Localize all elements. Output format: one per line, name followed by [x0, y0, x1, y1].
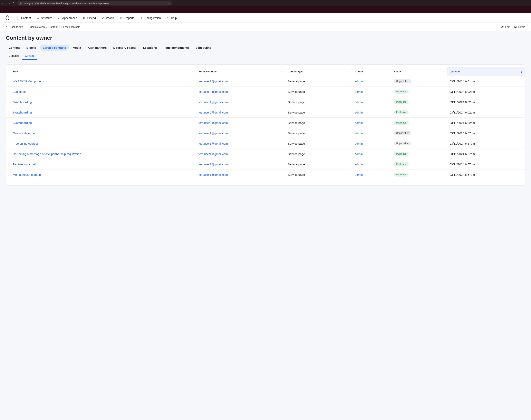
column-header-label: Title — [13, 70, 18, 73]
toolbar-extend[interactable]: Extend — [80, 13, 98, 23]
back-arrow-icon — [6, 26, 9, 28]
chart-icon — [120, 16, 123, 20]
primary-tab[interactable]: Service contacts — [40, 45, 69, 51]
author-link[interactable]: admin — [355, 80, 363, 83]
updated-time: 03/11/2024 6:02pm — [447, 118, 525, 128]
site-settings-icon[interactable]: ⚙ — [19, 2, 22, 5]
table-row: Skateboardingtest.user2@gmail.comService… — [6, 107, 525, 118]
title-link[interactable]: Registering a birth — [13, 163, 37, 166]
content-type: Service page — [285, 118, 352, 128]
primary-tab[interactable]: Page components — [161, 45, 192, 51]
toolbar-help[interactable]: Help — [164, 13, 179, 23]
title-link[interactable]: Skateboarding — [13, 100, 32, 104]
contact-link[interactable]: test.user1@gmail.com — [198, 132, 228, 135]
secondary-tabs: ContactsContent — [6, 52, 525, 60]
title-link[interactable]: WYSIWYG Components — [13, 80, 45, 83]
breadcrumb-item[interactable]: Service contacts — [61, 25, 80, 28]
contact-link[interactable]: test.user2@gmail.com — [198, 111, 228, 114]
breadcrumb-item[interactable]: Administration — [29, 25, 45, 28]
title-link[interactable]: Skateboarding — [13, 121, 32, 124]
browser-forward-icon[interactable]: → — [7, 1, 11, 5]
toolbar-help-label: Help — [171, 16, 177, 20]
browser-back-icon[interactable]: ← — [1, 1, 5, 5]
title-link[interactable]: Skateboarding — [13, 111, 32, 114]
toolbar-configuration[interactable]: Configuration — [137, 13, 164, 23]
author-link[interactable]: admin — [355, 100, 363, 104]
column-header[interactable]: Status≡ — [391, 67, 447, 76]
contact-link[interactable]: test.user1@gmail.com — [198, 100, 228, 104]
author-link[interactable]: admin — [355, 142, 363, 145]
browser-reload-icon[interactable]: ⟳ — [13, 1, 15, 5]
table-row: Registering a birthtest.user1@gmail.comS… — [6, 159, 525, 169]
bookmark-star-icon[interactable]: ☆ — [168, 2, 170, 5]
contact-link[interactable]: test.user1@gmail.com — [198, 152, 228, 156]
back-to-site[interactable]: Back to site — [6, 25, 26, 28]
updated-time: 03/11/2024 6:57pm — [447, 169, 525, 180]
user-menu[interactable]: admin — [514, 25, 525, 29]
secondary-tab[interactable]: Contacts — [6, 52, 22, 60]
toolbar-people[interactable]: People — [98, 13, 117, 23]
primary-tab[interactable]: Media — [70, 45, 84, 51]
url-bar[interactable]: ⚙ localgov.ddev.site/admin/content/local… — [17, 1, 172, 5]
primary-tab[interactable]: Scheduling — [193, 45, 214, 51]
user-icon — [514, 25, 517, 29]
status-badge: Unpublished — [394, 141, 412, 145]
toolbar-structure[interactable]: Structure — [33, 13, 55, 23]
column-header[interactable]: Service contact≡ — [196, 67, 285, 76]
column-header[interactable]: Updated↓ — [447, 67, 525, 76]
contact-link[interactable]: test.user1@gmail.com — [198, 142, 228, 145]
table-row: Mental health supporttest.user1@gmail.co… — [6, 169, 525, 180]
author-link[interactable]: admin — [355, 111, 363, 114]
title-link[interactable]: Online catalogue — [13, 132, 35, 135]
author-link[interactable]: admin — [355, 163, 363, 166]
content-type: Service page — [285, 149, 352, 159]
user-label: admin — [518, 25, 525, 28]
author-link[interactable]: admin — [355, 121, 363, 124]
updated-time: 03/11/2024 6:57pm — [447, 128, 525, 138]
author-link[interactable]: admin — [355, 173, 363, 176]
title-link[interactable]: Mental health support — [13, 173, 41, 176]
primary-tab[interactable]: Content — [6, 45, 23, 51]
status-badge: Published — [394, 121, 409, 125]
shield-icon — [58, 16, 61, 20]
contact-link[interactable]: test.user3@gmail.com — [198, 121, 228, 124]
status-badge: Published — [394, 90, 409, 93]
toolbar-appearance[interactable]: Appearance — [55, 13, 80, 23]
toolbar-reports[interactable]: Reports — [117, 13, 137, 23]
author-link[interactable]: admin — [355, 132, 363, 135]
toolbar-appearance-label: Appearance — [62, 16, 77, 20]
sort-icon: ≡ — [281, 70, 282, 73]
svg-point-3 — [141, 18, 142, 18]
toolbar-people-label: People — [106, 16, 115, 20]
author-link[interactable]: admin — [355, 90, 363, 93]
edit-button[interactable]: Edit — [501, 25, 509, 28]
people-icon — [101, 16, 104, 20]
primary-tab[interactable]: Blocks — [24, 45, 39, 51]
toolbar-content[interactable]: Content — [14, 13, 33, 23]
updated-time: 03/11/2024 6:57pm — [447, 159, 525, 169]
breadcrumb-item[interactable]: Content — [48, 25, 58, 28]
column-header-label: Service contact — [198, 70, 217, 73]
column-header[interactable]: Title≡ — [6, 67, 196, 76]
column-header[interactable]: Content type≡ — [285, 67, 352, 76]
pencil-icon — [501, 25, 504, 28]
breadcrumb-separator: / — [47, 25, 47, 28]
contact-link[interactable]: test.user2@gmail.com — [198, 90, 228, 93]
status-badge: Published — [394, 110, 409, 114]
title-link[interactable]: Free online courses — [13, 142, 39, 145]
toolbar-configuration-label: Configuration — [145, 16, 161, 20]
title-link[interactable]: Basketball — [13, 90, 26, 93]
secondary-tab[interactable]: Content — [22, 52, 37, 60]
primary-tab[interactable]: Alert banners — [85, 45, 110, 51]
table-row: Online cataloguetest.user1@gmail.comServ… — [6, 128, 525, 138]
primary-tab[interactable]: Directory Facets — [111, 45, 139, 51]
admin-toolbar: Content Structure Appearance Extend Peop… — [0, 13, 531, 23]
contact-link[interactable]: test.user1@gmail.com — [198, 80, 228, 83]
title-link[interactable]: Correcting a marriage or civil partnersh… — [13, 152, 81, 156]
contact-link[interactable]: test.user1@gmail.com — [198, 173, 228, 176]
author-link[interactable]: admin — [355, 152, 363, 156]
primary-tabs: ContentBlocksService contactsMediaAlert … — [6, 45, 525, 51]
contact-link[interactable]: test.user1@gmail.com — [198, 163, 228, 166]
drupal-logo-icon[interactable] — [5, 15, 10, 21]
primary-tab[interactable]: Locations — [140, 45, 160, 51]
